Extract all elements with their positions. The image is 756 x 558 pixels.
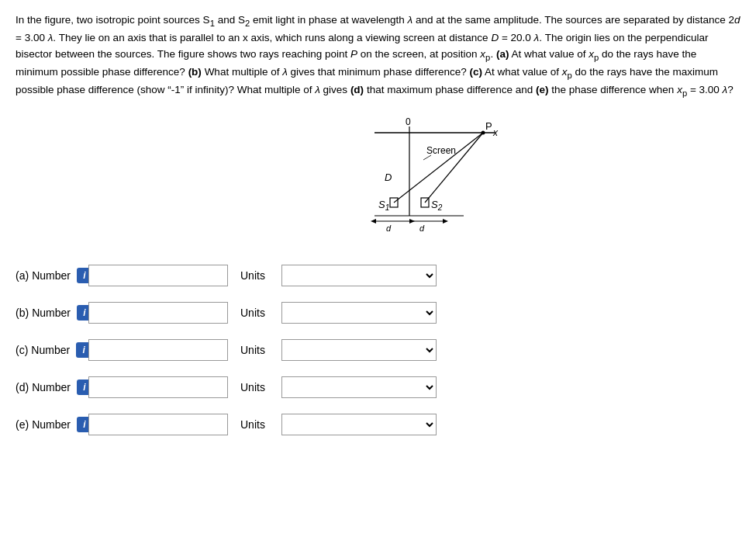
answers-section: (a) Number i Units (b) Number i Units (c…: [16, 257, 740, 443]
part-e-number-label: Number: [32, 418, 71, 431]
svg-text:D: D: [385, 172, 392, 183]
answer-row-b: (b) Number i Units: [16, 294, 740, 331]
part-d-number-input[interactable]: [88, 376, 228, 398]
part-a-letter: (a): [16, 269, 29, 282]
part-e-number-input[interactable]: [88, 414, 228, 435]
part-c-units-select[interactable]: [281, 339, 437, 361]
svg-text:d: d: [419, 224, 425, 233]
svg-line-9: [394, 133, 483, 203]
part-b-letter: (b): [16, 307, 29, 319]
svg-line-10: [425, 133, 483, 203]
part-e-units-select[interactable]: [281, 414, 437, 435]
svg-marker-21: [443, 219, 448, 224]
figure-diagram: P x 0 Screen D S1 S2 d d: [254, 111, 502, 243]
svg-text:Screen: Screen: [426, 145, 456, 156]
part-c-label: (c) Number i: [16, 342, 85, 358]
part-d-units-select[interactable]: [281, 376, 437, 398]
answer-row-e: (e) Number i Units: [16, 406, 740, 443]
answer-row-c: (c) Number i Units: [16, 331, 740, 369]
svg-text:x: x: [492, 127, 499, 138]
part-c-letter: (c): [16, 344, 28, 356]
part-d-label: (d) Number i: [16, 380, 85, 395]
part-b-label: (b) Number i: [16, 305, 85, 321]
part-e-label: (e) Number i: [16, 417, 85, 432]
part-c-units-label: Units: [240, 344, 275, 356]
part-d-number-label: Number: [32, 381, 71, 393]
part-d-letter: (d): [16, 381, 29, 393]
part-a-number-label: Number: [32, 269, 71, 282]
part-a-label: (a) Number i: [16, 268, 85, 283]
part-d-units-label: Units: [240, 381, 275, 393]
part-a-units-select[interactable]: [281, 265, 437, 286]
part-b-number-label: Number: [32, 307, 71, 319]
part-a-units-label: Units: [240, 269, 275, 282]
svg-text:d: d: [386, 224, 392, 233]
svg-marker-17: [371, 219, 376, 224]
part-b-units-select[interactable]: [281, 302, 437, 324]
part-b-units-label: Units: [240, 307, 275, 319]
part-e-units-label: Units: [240, 418, 275, 431]
part-c-number-input[interactable]: [88, 339, 228, 361]
part-a-number-input[interactable]: [88, 265, 228, 286]
svg-text:0: 0: [406, 116, 411, 127]
svg-text:S2: S2: [431, 199, 443, 212]
svg-text:P: P: [485, 120, 492, 132]
part-c-number-label: Number: [31, 344, 70, 356]
problem-text: In the figure, two isotropic point sourc…: [16, 12, 740, 100]
figure-area: P x 0 Screen D S1 S2 d d: [16, 111, 740, 243]
part-e-letter: (e): [16, 418, 29, 431]
answer-row-a: (a) Number i Units: [16, 257, 740, 294]
part-b-number-input[interactable]: [88, 302, 228, 324]
svg-text:S1: S1: [378, 199, 389, 212]
answer-row-d: (d) Number i Units: [16, 369, 740, 406]
